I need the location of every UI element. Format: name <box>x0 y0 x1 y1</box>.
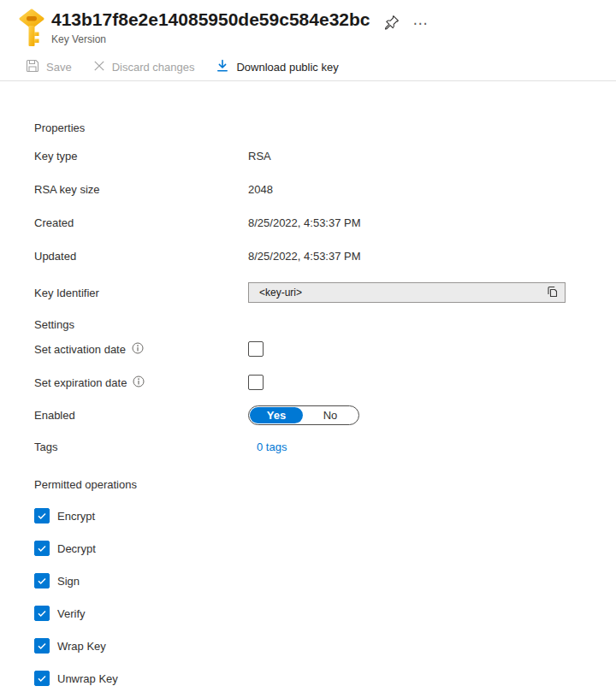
updated-label: Updated <box>34 250 248 263</box>
download-public-key-button[interactable]: Download public key <box>216 59 338 75</box>
operation-row-encrypt: Encrypt <box>34 508 616 523</box>
key-version-page: 413b17f8e2e14085950de59c584e32bc Key Ver… <box>0 0 616 686</box>
enabled-toggle: Yes No <box>248 405 359 425</box>
page-title: 413b17f8e2e14085950de59c584e32bc <box>51 9 370 31</box>
wrap-key-checkbox[interactable] <box>34 638 50 654</box>
pin-button[interactable] <box>384 15 400 33</box>
activation-date-label: Set activation date <box>34 343 126 356</box>
key-identifier-value: <key-uri> <box>259 287 302 299</box>
discard-changes-button[interactable]: Discard changes <box>93 60 195 74</box>
key-type-label: Key type <box>34 150 248 163</box>
save-icon <box>26 59 39 75</box>
key-identifier-input[interactable]: <key-uri> <box>248 282 566 303</box>
permitted-operations-section-title: Permitted operations <box>34 478 616 491</box>
activation-date-checkbox[interactable] <box>248 341 264 357</box>
unwrap-key-label: Unwrap Key <box>57 672 118 685</box>
more-options-button[interactable]: ⋯ <box>413 16 428 31</box>
more-icon: ⋯ <box>413 16 428 31</box>
enabled-label: Enabled <box>34 409 248 422</box>
key-icon <box>17 9 46 48</box>
expiration-date-label-group: Set expiration date <box>34 376 248 390</box>
properties-section-title: Properties <box>34 121 616 134</box>
operation-row-unwrap-key: Unwrap Key <box>34 671 616 686</box>
page-subtitle: Key Version <box>51 33 370 45</box>
tags-label: Tags <box>34 441 248 453</box>
decrypt-checkbox[interactable] <box>34 541 50 556</box>
operation-row-verify: Verify <box>34 606 616 621</box>
discard-label: Discard changes <box>112 61 195 74</box>
header-actions: ⋯ <box>384 15 428 33</box>
rsa-key-size-label: RSA key size <box>34 183 248 196</box>
setting-row-enabled: Enabled Yes No <box>34 405 616 425</box>
title-block: 413b17f8e2e14085950de59c584e32bc Key Ver… <box>51 9 370 45</box>
x-icon <box>93 60 105 74</box>
sign-label: Sign <box>57 575 80 588</box>
download-label: Download public key <box>236 61 338 74</box>
settings-section-title: Settings <box>34 318 616 331</box>
verify-label: Verify <box>57 607 86 620</box>
save-label: Save <box>46 61 72 74</box>
encrypt-label: Encrypt <box>57 510 95 523</box>
save-button[interactable]: Save <box>26 59 72 75</box>
enabled-toggle-no[interactable]: No <box>303 407 358 423</box>
operation-row-wrap-key: Wrap Key <box>34 638 616 654</box>
property-row-key-identifier: Key Identifier <key-uri> <box>34 282 616 303</box>
operation-row-decrypt: Decrypt <box>34 541 616 556</box>
created-value: 8/25/2022, 4:53:37 PM <box>248 216 361 229</box>
key-identifier-label: Key Identifier <box>34 287 248 299</box>
expiration-date-label: Set expiration date <box>34 376 127 389</box>
key-version-form: Properties Key type RSA RSA key size 204… <box>0 121 616 686</box>
property-row-rsa-key-size: RSA key size 2048 <box>34 182 616 196</box>
page-header: 413b17f8e2e14085950de59c584e32bc Key Ver… <box>0 0 616 48</box>
encrypt-checkbox[interactable] <box>34 508 50 523</box>
command-bar: Save Discard changes Download public key <box>0 54 616 81</box>
expiration-date-checkbox[interactable] <box>248 375 264 390</box>
sign-checkbox[interactable] <box>34 573 50 588</box>
verify-checkbox[interactable] <box>34 606 50 621</box>
activation-date-label-group: Set activation date <box>34 342 248 357</box>
copy-icon <box>546 285 560 301</box>
rsa-key-size-value: 2048 <box>248 183 273 196</box>
setting-row-expiration-date: Set expiration date <box>34 375 616 390</box>
operation-row-sign: Sign <box>34 573 616 588</box>
property-row-updated: Updated 8/25/2022, 4:53:37 PM <box>34 249 616 263</box>
setting-row-activation-date: Set activation date <box>34 341 616 357</box>
info-icon[interactable] <box>133 376 145 390</box>
created-label: Created <box>34 216 248 229</box>
decrypt-label: Decrypt <box>57 542 96 555</box>
enabled-toggle-yes[interactable]: Yes <box>250 407 303 423</box>
copy-button[interactable] <box>546 285 560 301</box>
property-row-created: Created 8/25/2022, 4:53:37 PM <box>34 216 616 229</box>
download-icon <box>216 59 229 75</box>
setting-row-tags: Tags 0 tags <box>34 440 616 453</box>
updated-value: 8/25/2022, 4:53:37 PM <box>248 250 361 263</box>
unwrap-key-checkbox[interactable] <box>34 671 50 686</box>
info-icon[interactable] <box>132 342 144 357</box>
pin-icon <box>384 15 400 33</box>
property-row-key-type: Key type RSA <box>34 149 616 163</box>
key-type-value: RSA <box>248 150 271 163</box>
wrap-key-label: Wrap Key <box>57 640 106 653</box>
tags-link[interactable]: 0 tags <box>248 441 287 453</box>
